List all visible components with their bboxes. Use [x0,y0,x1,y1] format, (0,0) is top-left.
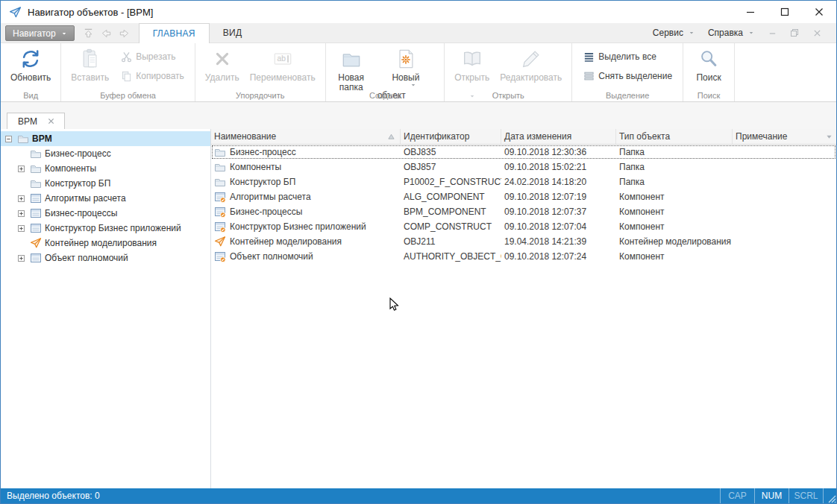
table-row[interactable]: Конструктор БПP10002_F_CONSTRUCT...24.02… [211,174,836,189]
delete-icon [210,47,234,71]
column-header-3[interactable]: Тип объекта [616,129,733,144]
resize-grip[interactable] [823,488,836,503]
row-name-label: Объект полномочий [230,251,313,262]
indicator-num: NUM [754,488,789,503]
table-row[interactable]: Объект полномочийAUTHORITY_OBJECT_C...09… [211,249,836,264]
table-row[interactable]: КомпонентыOBJ85709.10.2018 15:02:21Папка [211,160,836,174]
ribbon-tab-home[interactable]: ГЛАВНАЯ [139,23,210,43]
table-row[interactable]: Бизнес-процессыBPM_COMPONENT09.10.2018 1… [211,204,836,219]
ribbon-tab-view[interactable]: ВИД [210,23,256,42]
sort-ascending-icon [388,133,395,140]
app-window: Навигатор объектов - [BPM] Навигатор ГЛА… [0,0,837,504]
ribbon-tab-home-label: ГЛАВНАЯ [153,28,195,39]
search-button[interactable]: Поиск [688,45,730,85]
cell-note [733,249,836,264]
table-row[interactable]: Алгоритмы расчетаALG_COMPONENT09.10.2018… [211,189,836,204]
ribbon-group-caption: Выделение [572,91,683,100]
cell-name: Алгоритмы расчета [211,189,401,204]
tree-expander-plus[interactable] [18,255,25,262]
table-row[interactable]: Контейнер моделированияOBJ21119.04.2018 … [211,234,836,249]
edit-button[interactable]: Редактировать [495,45,567,85]
navigate-up-icon[interactable] [81,25,97,41]
help-menu[interactable]: Справка [703,28,759,38]
cell-identifier: OBJ211 [401,234,501,249]
folder-icon [214,146,226,158]
close-button[interactable] [802,1,836,23]
copy-button[interactable]: Копировать [117,69,187,84]
cell-identifier: OBJ835 [401,145,501,160]
edit-icon [519,47,543,71]
selection-count-text: Выделено объектов: 0 [1,491,100,501]
tree-item[interactable]: BPM [1,131,210,146]
column-header-4[interactable]: Примечание [733,129,836,144]
navigate-back-icon[interactable] [98,25,115,41]
refresh-button[interactable]: Обновить [5,45,56,85]
navigate-forward-icon[interactable] [116,25,133,41]
tree-item-label: Компоненты [45,163,96,174]
tree-item[interactable]: Объект полномочий [1,251,210,265]
column-header-label: Примечание [736,131,787,142]
rename-button[interactable]: abПереименовать [245,45,321,85]
tree-item[interactable]: Контейнер моделирования [1,236,210,251]
tree-expander-plus[interactable] [18,195,25,202]
column-header-1[interactable]: Идентификатор [401,129,501,144]
ribbon: ОбновитьВидВставитьВырезатьКопироватьБуф… [1,43,836,102]
new-object-button[interactable]: Новыйобъект [372,45,440,111]
table-row[interactable]: Бизнес-процессOBJ83509.10.2018 12:30:36П… [211,145,836,160]
copy-button-label: Копировать [136,71,184,81]
new-folder-button-label: Новаяпапка [338,73,364,92]
column-header-label: Дата изменения [504,131,571,142]
cut-button[interactable]: Вырезать [117,49,187,64]
indicator-scrl: SCRL [789,488,823,503]
tree-expander-minus[interactable] [5,136,12,142]
chevron-down-icon [61,31,67,36]
tree-item[interactable]: Конструктор БП [1,176,210,191]
mdi-close-icon[interactable] [808,29,826,37]
cell-note [733,174,836,189]
open-button-label: Открыть [454,73,489,83]
service-menu[interactable]: Сервис [648,28,699,38]
app-logo-icon [9,6,22,19]
mdi-minimize-icon[interactable] [763,29,781,37]
tree-item[interactable]: Конструктор Бизнес приложений [1,221,210,236]
ribbon-group-caption: Создать [326,91,445,100]
refresh-icon [19,47,43,71]
component-badge-icon [214,221,226,233]
component-icon [30,207,42,219]
new-folder-button[interactable]: Новаяпапка [330,45,372,95]
tree-item[interactable]: Компоненты [1,161,210,176]
paste-button[interactable]: Вставить [66,45,114,85]
delete-button[interactable]: Удалить [200,45,245,85]
folder-icon [30,163,42,174]
cell-name: Контейнер моделирования [211,234,401,249]
table-row[interactable]: Конструктор Бизнес приложенийCOMP_CONSTR… [211,219,836,234]
cell-date: 09.10.2018 12:07:24 [501,249,616,264]
folder-icon [30,177,42,189]
tree-expander-plus[interactable] [18,225,25,232]
document-tab-label: BPM [18,116,37,127]
open-button[interactable]: Открыть [449,45,495,113]
row-name-label: Компоненты [230,162,281,172]
tree-item[interactable]: Алгоритмы расчета [1,191,210,206]
tree-item[interactable]: Бизнес-процессы [1,206,210,221]
cell-date: 09.10.2018 12:30:36 [501,145,616,160]
deselect-button[interactable]: Снять выделение [580,69,675,84]
maximize-button[interactable] [768,1,802,23]
minimize-button[interactable] [733,1,768,23]
select-all-button[interactable]: Выделить все [580,49,675,64]
mdi-restore-icon[interactable] [786,28,803,37]
cell-type: Компонент [616,219,733,234]
service-menu-label: Сервис [653,28,683,38]
tree-expander-plus[interactable] [18,166,25,172]
tab-close-icon[interactable] [48,118,54,125]
select-all-button-label: Выделить все [598,51,656,62]
folder-icon [30,148,42,160]
tree-item-label: Бизнес-процессы [45,208,117,218]
component-icon [30,252,42,264]
column-header-0[interactable]: Наименование [211,129,401,144]
navigator-menu-button[interactable]: Навигатор [5,25,75,41]
tree-expander-plus[interactable] [18,210,25,217]
tree-item[interactable]: Бизнес-процесс [1,146,210,161]
column-header-2[interactable]: Дата изменения [501,129,616,144]
document-tab-bpm[interactable]: BPM [7,113,65,129]
